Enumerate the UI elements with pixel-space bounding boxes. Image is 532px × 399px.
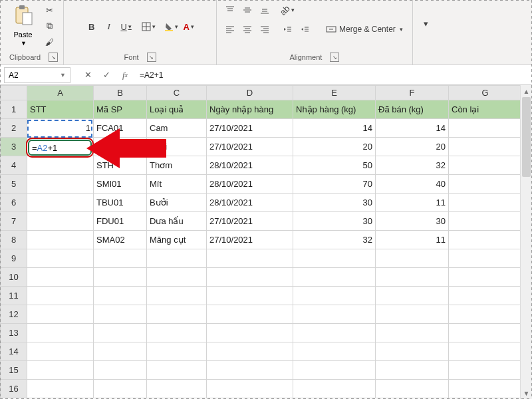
clipboard-dialog-launcher[interactable]: ↘: [49, 53, 58, 62]
orientation-button[interactable]: ab▾: [279, 3, 295, 17]
cell[interactable]: Bưởi: [147, 194, 207, 212]
cell[interactable]: Nhập hàng (kg): [293, 100, 376, 119]
cell[interactable]: SMA02: [94, 231, 147, 249]
cell[interactable]: Ngày nhập hàng: [207, 100, 293, 119]
bold-button[interactable]: B: [84, 19, 100, 34]
cell[interactable]: [27, 194, 94, 212]
align-right-button[interactable]: [257, 22, 273, 37]
row-header-11[interactable]: 11: [1, 287, 27, 305]
cell[interactable]: [27, 212, 94, 231]
cell[interactable]: Măng cụt: [147, 231, 207, 249]
formula-input[interactable]: =A2+1: [134, 70, 532, 80]
worksheet[interactable]: A B C D E F G 1 STT Mã SP Loại quả Ngày …: [0, 85, 532, 399]
more-dropdown[interactable]: ▾: [418, 16, 434, 31]
col-header-A[interactable]: A: [27, 86, 94, 100]
cell[interactable]: [449, 231, 522, 249]
vertical-scrollbar[interactable]: ▲ ▼: [520, 85, 532, 399]
cell[interactable]: Mít: [147, 175, 207, 194]
chevron-down-icon[interactable]: ▼: [60, 72, 66, 78]
align-left-button[interactable]: [222, 22, 238, 37]
col-header-F[interactable]: F: [376, 86, 449, 100]
cell[interactable]: 30: [293, 194, 376, 212]
cell[interactable]: [449, 156, 522, 175]
cell[interactable]: 30: [293, 212, 376, 231]
col-header-C[interactable]: C: [147, 86, 207, 100]
cell[interactable]: FCA01: [94, 119, 147, 138]
cell[interactable]: 11: [376, 231, 449, 249]
borders-button[interactable]: ▾: [141, 19, 157, 34]
cell[interactable]: Xoài: [147, 138, 207, 156]
row-header-4[interactable]: 4: [1, 156, 27, 175]
font-dialog-launcher[interactable]: ↘: [147, 53, 156, 62]
row-header-9[interactable]: 9: [1, 249, 27, 268]
align-middle-button[interactable]: [239, 3, 255, 17]
cell[interactable]: STT: [27, 100, 94, 119]
cell[interactable]: [27, 156, 94, 175]
row-header-6[interactable]: 6: [1, 194, 27, 212]
cell[interactable]: SMI01: [94, 175, 147, 194]
row-header-8[interactable]: 8: [1, 231, 27, 249]
merge-center-button[interactable]: Merge & Center▾: [322, 22, 407, 37]
paste-button[interactable]: [10, 3, 37, 29]
cell[interactable]: TXO: [94, 138, 147, 156]
cell[interactable]: 27/10/2021: [207, 119, 293, 138]
enter-formula-button[interactable]: ✓: [97, 67, 116, 83]
cell[interactable]: Còn lại: [449, 100, 522, 119]
name-box[interactable]: A2▼: [4, 67, 70, 83]
cell[interactable]: Thơm: [147, 156, 207, 175]
cell[interactable]: 27/10/2021: [207, 212, 293, 231]
cell[interactable]: 40: [376, 175, 449, 194]
cell[interactable]: 14: [293, 119, 376, 138]
row-header-7[interactable]: 7: [1, 212, 27, 231]
select-all-corner[interactable]: [1, 86, 27, 100]
align-center-button[interactable]: [239, 22, 255, 37]
cell[interactable]: Đã bán (kg): [376, 100, 449, 119]
row-header-12[interactable]: 12: [1, 305, 27, 324]
cell-editor[interactable]: =A2+1: [28, 140, 92, 156]
cell[interactable]: [449, 175, 522, 194]
cell[interactable]: 28/10/2021: [207, 194, 293, 212]
insert-function-button[interactable]: fx: [116, 67, 134, 83]
row-header-1[interactable]: 1: [1, 100, 27, 119]
cell[interactable]: 1: [27, 119, 94, 138]
cell[interactable]: [27, 231, 94, 249]
align-top-button[interactable]: [222, 3, 238, 17]
cell[interactable]: Dưa hấu: [147, 212, 207, 231]
cell[interactable]: [449, 138, 522, 156]
cell[interactable]: [449, 194, 522, 212]
fill-color-button[interactable]: ▾: [164, 19, 180, 34]
increase-indent-button[interactable]: [297, 22, 313, 37]
scroll-down-icon[interactable]: ▼: [521, 387, 532, 399]
underline-button[interactable]: U▾: [118, 19, 134, 34]
chevron-down-icon[interactable]: ▼: [21, 40, 27, 47]
col-header-E[interactable]: E: [293, 86, 376, 100]
scroll-thumb[interactable]: [522, 97, 531, 177]
cell[interactable]: 50: [293, 156, 376, 175]
cell[interactable]: Loại quả: [147, 100, 207, 119]
align-bottom-button[interactable]: [257, 3, 273, 17]
cut-button[interactable]: ✂: [42, 3, 58, 17]
row-header-2[interactable]: 2: [1, 119, 27, 138]
row-header-5[interactable]: 5: [1, 175, 27, 194]
cell[interactable]: TBU01: [94, 194, 147, 212]
col-header-G[interactable]: G: [449, 86, 522, 100]
decrease-indent-button[interactable]: [279, 22, 295, 37]
col-header-D[interactable]: D: [207, 86, 293, 100]
cell[interactable]: FDU01: [94, 212, 147, 231]
cell[interactable]: Mã SP: [94, 100, 147, 119]
cell[interactable]: 14: [376, 119, 449, 138]
cell[interactable]: 70: [293, 175, 376, 194]
cell[interactable]: 32: [376, 156, 449, 175]
cell[interactable]: 30: [376, 212, 449, 231]
cell[interactable]: [449, 212, 522, 231]
row-header-16[interactable]: 16: [1, 380, 27, 398]
cell[interactable]: [449, 119, 522, 138]
row-header-13[interactable]: 13: [1, 324, 27, 342]
cell[interactable]: 20: [376, 138, 449, 156]
cell[interactable]: Cam: [147, 119, 207, 138]
cell[interactable]: [27, 175, 94, 194]
alignment-dialog-launcher[interactable]: ↘: [330, 53, 339, 62]
row-header-10[interactable]: 10: [1, 268, 27, 287]
format-painter-button[interactable]: 🖌: [42, 35, 58, 49]
cell[interactable]: 32: [293, 231, 376, 249]
